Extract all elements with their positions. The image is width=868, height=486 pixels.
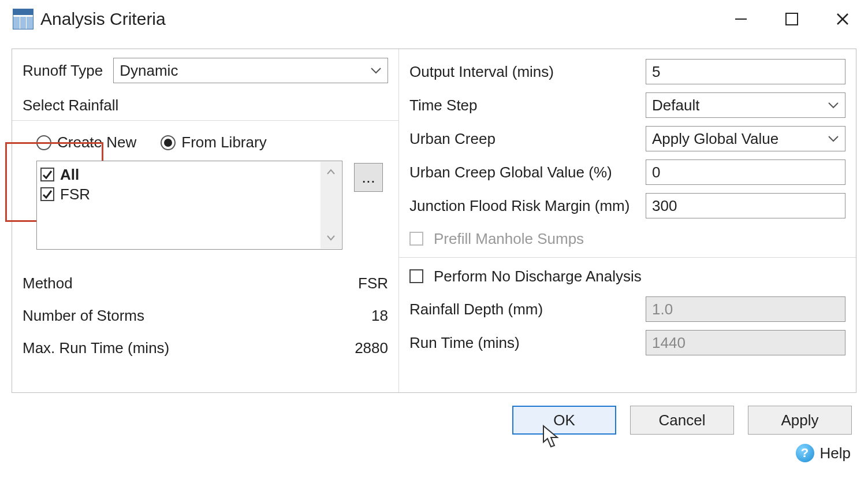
maximize-button[interactable] [766, 0, 817, 38]
rainfall-depth-value: 1.0 [652, 300, 673, 318]
chevron-down-icon [828, 135, 839, 143]
time-step-value: Default [652, 97, 699, 114]
radio-create-new-label: Create New [57, 133, 136, 151]
method-label: Method [23, 274, 342, 292]
divider [399, 257, 856, 258]
cancel-label: Cancel [659, 411, 706, 429]
jfrm-label: Junction Flood Risk Margin (mm) [409, 197, 646, 215]
minimize-button[interactable] [716, 0, 766, 38]
list-item[interactable]: All [40, 165, 338, 184]
ucgv-label: Urban Creep Global Value (%) [409, 164, 646, 181]
title-bar: Analysis Criteria [0, 0, 868, 38]
radio-off-icon [36, 135, 51, 150]
ucgv-value: 0 [652, 164, 660, 181]
urban-creep-label: Urban Creep [409, 130, 646, 148]
checkbox-off-icon[interactable] [409, 269, 423, 283]
jfrm-input[interactable]: 300 [646, 193, 845, 218]
window-controls [716, 0, 868, 38]
runtime-label: Run Time (mins) [409, 334, 646, 352]
ok-button[interactable]: OK [512, 406, 616, 435]
maxrun-value: 2880 [342, 339, 388, 357]
apply-label: Apply [781, 411, 818, 429]
scrollbar[interactable] [321, 162, 341, 248]
runoff-type-value: Dynamic [120, 62, 178, 80]
chevron-down-icon [370, 66, 382, 75]
svg-rect-1 [786, 13, 798, 25]
output-interval-label: Output Interval (mins) [409, 63, 646, 81]
help-icon[interactable]: ? [796, 444, 814, 462]
runtime-value: 1440 [652, 334, 686, 352]
no-discharge-label: Perform No Discharge Analysis [434, 268, 642, 285]
rainfall-depth-input: 1.0 [646, 296, 845, 322]
scroll-down-icon[interactable] [326, 232, 336, 245]
storms-value: 18 [342, 307, 388, 325]
apply-button[interactable]: Apply [748, 406, 852, 435]
radio-from-library[interactable]: From Library [161, 133, 266, 151]
ucgv-input[interactable]: 0 [646, 159, 845, 185]
urban-creep-value: Apply Global Value [652, 130, 778, 148]
runoff-type-select[interactable]: Dynamic [113, 58, 388, 83]
radio-on-icon [161, 135, 176, 150]
browse-library-button[interactable]: ... [354, 163, 383, 192]
library-area: All FSR ... [23, 161, 388, 250]
runoff-type-label: Runoff Type [23, 62, 103, 80]
output-interval-value: 5 [652, 63, 660, 81]
chevron-down-icon [828, 101, 839, 109]
time-step-select[interactable]: Default [646, 92, 845, 118]
select-rainfall-label: Select Rainfall [23, 86, 388, 120]
prefill-label: Prefill Manhole Sumps [434, 230, 584, 248]
storms-label: Number of Storms [23, 307, 342, 325]
browse-label: ... [362, 168, 375, 187]
dialog-buttons: OK Cancel Apply [0, 393, 868, 435]
rainfall-depth-label: Rainfall Depth (mm) [409, 300, 646, 318]
cancel-button[interactable]: Cancel [630, 406, 734, 435]
scroll-up-icon[interactable] [326, 165, 336, 179]
right-panel: Output Interval (mins) 5 Time Step Defau… [399, 49, 856, 392]
checkbox-off-icon [409, 232, 423, 246]
time-step-label: Time Step [409, 97, 646, 114]
prefill-manhole-row: Prefill Manhole Sumps [409, 222, 845, 255]
app-icon [13, 9, 33, 29]
runtime-input: 1440 [646, 330, 845, 355]
rainfall-stats: Method FSR Number of Storms 18 Max. Run … [23, 267, 388, 364]
window-title: Analysis Criteria [40, 9, 166, 29]
left-panel: Runoff Type Dynamic Select Rainfall Crea… [12, 49, 399, 392]
list-item-label: All [60, 166, 79, 184]
radio-create-new[interactable]: Create New [36, 133, 136, 151]
rainfall-source-radios: Create New From Library [23, 121, 388, 161]
maxrun-label: Max. Run Time (mins) [23, 339, 342, 357]
checkbox-on-icon[interactable] [40, 168, 54, 181]
ok-label: OK [553, 411, 575, 429]
list-item[interactable]: FSR [40, 184, 338, 204]
rainfall-library-list[interactable]: All FSR [36, 161, 342, 250]
no-discharge-row[interactable]: Perform No Discharge Analysis [409, 260, 845, 292]
jfrm-value: 300 [652, 197, 677, 215]
list-item-label: FSR [60, 186, 90, 203]
checkbox-on-icon[interactable] [40, 187, 54, 201]
help-label[interactable]: Help [820, 444, 851, 462]
radio-from-library-label: From Library [181, 133, 266, 151]
help-row: ? Help [0, 435, 868, 462]
main-panels: Runoff Type Dynamic Select Rainfall Crea… [12, 49, 856, 393]
urban-creep-select[interactable]: Apply Global Value [646, 126, 845, 151]
close-button[interactable] [817, 0, 868, 38]
output-interval-input[interactable]: 5 [646, 59, 845, 84]
method-value: FSR [342, 274, 388, 292]
